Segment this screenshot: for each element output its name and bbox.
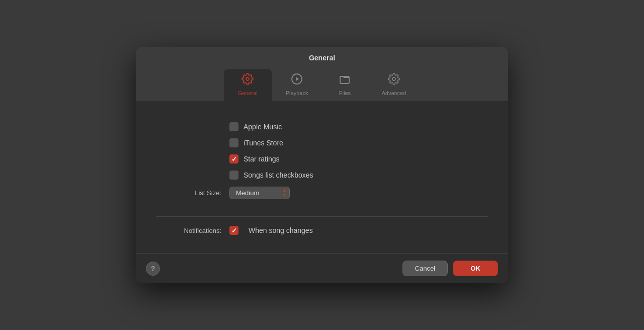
tab-files-label: Files <box>339 90 351 96</box>
advanced-icon <box>388 73 400 88</box>
svg-marker-1 <box>296 77 299 81</box>
notifications-label: Notifications: <box>156 227 221 234</box>
title-bar: General General <box>136 47 508 101</box>
itunes-store-label: iTunes Store <box>244 139 283 147</box>
tab-advanced-label: Advanced <box>381 90 406 96</box>
tab-playback[interactable]: Playback <box>272 69 323 101</box>
star-ratings-row: Star ratings <box>229 154 488 163</box>
songs-list-row: Songs list checkboxes <box>229 171 488 180</box>
apple-music-label: Apple Music <box>244 123 282 131</box>
tab-bar: General Playback <box>136 69 508 101</box>
playback-icon <box>291 73 303 88</box>
list-size-label: List Size: <box>156 189 221 197</box>
button-bar: ? Cancel OK <box>136 254 508 283</box>
ok-button[interactable]: OK <box>453 261 498 276</box>
when-song-changes-label: When song changes <box>249 226 313 234</box>
star-ratings-checkbox[interactable] <box>229 154 238 163</box>
help-button[interactable]: ? <box>146 262 160 276</box>
content-area: Apple Music iTunes Store Star ratings So… <box>136 101 508 253</box>
itunes-store-checkbox[interactable] <box>229 138 238 147</box>
tab-playback-label: Playback <box>286 90 308 96</box>
star-ratings-label: Star ratings <box>244 155 280 163</box>
tab-general[interactable]: General <box>224 69 272 101</box>
list-size-row: List Size: Small Medium Large ▲ ▼ <box>156 187 488 199</box>
cancel-button[interactable]: Cancel <box>403 261 448 276</box>
songs-list-checkbox[interactable] <box>229 171 238 180</box>
itunes-store-row: iTunes Store <box>229 138 488 147</box>
when-song-changes-checkbox[interactable] <box>229 226 238 235</box>
list-size-select-wrapper: Small Medium Large ▲ ▼ <box>229 187 290 199</box>
show-section: Apple Music iTunes Store Star ratings So… <box>156 115 488 216</box>
preferences-dialog: General General <box>136 47 508 283</box>
list-size-select[interactable]: Small Medium Large <box>229 187 290 199</box>
apple-music-checkbox[interactable] <box>229 122 238 131</box>
general-icon <box>242 73 254 88</box>
tab-files[interactable]: Files <box>322 69 367 101</box>
files-icon <box>339 73 351 88</box>
tab-advanced[interactable]: Advanced <box>367 69 420 101</box>
notifications-row: Notifications: When song changes <box>156 226 488 235</box>
notifications-section: Notifications: When song changes <box>156 217 488 253</box>
tab-general-label: General <box>238 90 258 96</box>
apple-music-row: Apple Music <box>229 122 488 131</box>
right-buttons: Cancel OK <box>403 261 498 276</box>
dialog-title: General <box>136 54 508 62</box>
songs-list-label: Songs list checkboxes <box>244 171 313 179</box>
